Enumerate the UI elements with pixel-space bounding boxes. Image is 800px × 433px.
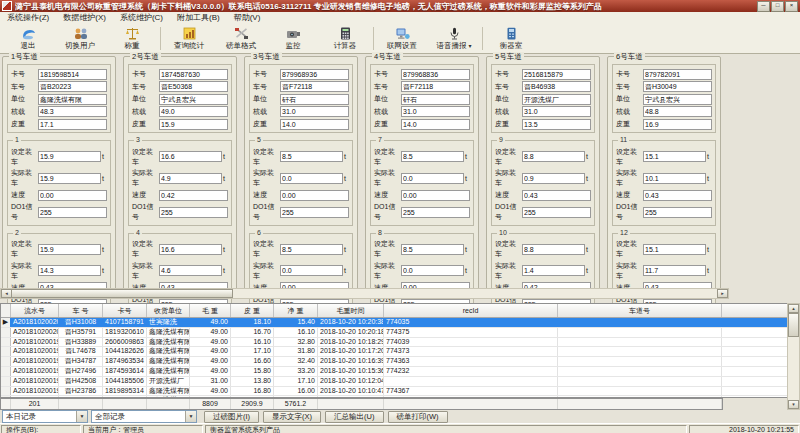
unit-field[interactable] — [643, 94, 712, 105]
bottom-button-3[interactable]: 磅单打印(W) — [388, 411, 448, 423]
capacity-field[interactable] — [159, 106, 228, 117]
record-range-select[interactable]: 本日记录 ▼ — [2, 410, 88, 423]
capacity-field[interactable] — [38, 106, 107, 117]
close-button[interactable]: × — [785, 1, 798, 12]
actual-field[interactable] — [38, 173, 101, 184]
set-field[interactable] — [401, 244, 464, 255]
tare-field[interactable] — [401, 119, 470, 130]
card-field[interactable] — [643, 69, 712, 80]
tare-field[interactable] — [38, 119, 107, 130]
set-field[interactable] — [159, 244, 222, 255]
toolbar-button-scale-room[interactable]: 衡器室 — [485, 24, 537, 53]
set-field[interactable] — [280, 244, 343, 255]
set-field[interactable] — [401, 151, 464, 162]
card-field[interactable] — [38, 69, 107, 80]
scroll-up-arrow-icon[interactable]: ▴ — [788, 304, 799, 313]
column-header-2[interactable]: 卡号 — [103, 304, 147, 317]
do1-field[interactable] — [401, 207, 470, 218]
actual-field[interactable] — [401, 265, 464, 276]
column-header-3[interactable]: 收货单位 — [147, 304, 190, 317]
table-row[interactable]: A201810200196晋H274961874593614鑫隆洗煤有限49.0… — [1, 367, 787, 377]
toolbar-button-network-settings[interactable]: 联网设置 — [376, 24, 428, 53]
chevron-down-icon[interactable]: ▼ — [76, 411, 87, 422]
actual-field[interactable] — [643, 173, 706, 184]
truck-field[interactable] — [643, 81, 712, 92]
set-field[interactable] — [38, 151, 101, 162]
vscroll-thumb[interactable] — [788, 313, 799, 337]
actual-field[interactable] — [38, 265, 101, 276]
truck-field[interactable] — [280, 81, 349, 92]
actual-field[interactable] — [643, 265, 706, 276]
set-field[interactable] — [643, 151, 706, 162]
unit-field[interactable] — [280, 94, 349, 105]
actual-field[interactable] — [401, 173, 464, 184]
actual-field[interactable] — [159, 173, 222, 184]
table-row[interactable]: A201810200200晋H357911819320610鑫隆洗煤有限49.0… — [1, 328, 787, 338]
unit-field[interactable] — [159, 94, 228, 105]
scroll-down-arrow-icon[interactable]: ▾ — [788, 400, 799, 409]
truck-field[interactable] — [38, 81, 107, 92]
do1-field[interactable] — [159, 207, 228, 218]
set-field[interactable] — [159, 151, 222, 162]
card-field[interactable] — [522, 69, 591, 80]
tare-field[interactable] — [280, 119, 349, 130]
set-field[interactable] — [522, 151, 585, 162]
actual-field[interactable] — [159, 265, 222, 276]
unit-field[interactable] — [522, 94, 591, 105]
tare-field[interactable] — [159, 119, 228, 130]
set-field[interactable] — [643, 244, 706, 255]
bottom-button-1[interactable]: 显示文字(X) — [263, 411, 321, 423]
do1-field[interactable] — [643, 207, 712, 218]
capacity-field[interactable] — [643, 106, 712, 117]
minimize-button[interactable]: ─ — [757, 1, 770, 12]
capacity-field[interactable] — [280, 106, 349, 117]
table-row[interactable]: A201810200194晋H237861819895314鑫隆洗煤有限49.0… — [1, 387, 787, 397]
speed-field[interactable] — [401, 190, 470, 201]
toolbar-button-query-stats[interactable]: 查询统计 — [163, 24, 215, 53]
bottom-button-2[interactable]: 汇总输出(U) — [325, 411, 383, 423]
do1-field[interactable] — [38, 207, 107, 218]
card-field[interactable] — [401, 69, 470, 80]
speed-field[interactable] — [522, 190, 591, 201]
truck-field[interactable] — [401, 81, 470, 92]
speed-field[interactable] — [38, 190, 107, 201]
menu-item-2[interactable]: 系统维护(C) — [113, 12, 170, 24]
actual-field[interactable] — [522, 265, 585, 276]
column-header-0[interactable]: 流水号 — [11, 304, 59, 317]
menu-item-3[interactable]: 附加工具(B) — [170, 12, 227, 24]
tare-field[interactable] — [643, 119, 712, 130]
toolbar-button-exit[interactable]: 退出 — [2, 24, 54, 53]
toolbar-button-switch-user[interactable]: 切换用户 — [54, 24, 106, 53]
actual-field[interactable] — [280, 265, 343, 276]
truck-field[interactable] — [522, 81, 591, 92]
set-field[interactable] — [522, 244, 585, 255]
unit-field[interactable] — [401, 94, 470, 105]
scroll-right-arrow-icon[interactable]: ▸ — [717, 289, 728, 298]
do1-field[interactable] — [522, 207, 591, 218]
toolbar-button-weigh-scale[interactable]: 称重 — [106, 24, 158, 53]
capacity-field[interactable] — [401, 106, 470, 117]
table-row[interactable]: ▶A201810200201晋H310084107158791世宾隆洗49.00… — [1, 318, 787, 328]
truck-field[interactable] — [159, 81, 228, 92]
speed-field[interactable] — [280, 190, 349, 201]
maximize-button[interactable]: □ — [771, 1, 784, 12]
table-row[interactable]: A201810200197晋H347871874963534鑫隆洗煤有限49.0… — [1, 357, 787, 367]
set-field[interactable] — [38, 244, 101, 255]
toolbar-button-monitor-camera[interactable]: 监控 — [267, 24, 319, 53]
column-header-7[interactable]: 毛重时间 — [318, 304, 384, 317]
tare-field[interactable] — [522, 119, 591, 130]
toolbar-button-calculator[interactable]: 计算器 — [319, 24, 371, 53]
unit-field[interactable] — [38, 94, 107, 105]
vertical-scrollbar[interactable]: ▴ ▾ — [787, 303, 800, 410]
table-row[interactable]: A201810200195晋H425081044185506开源洗煤厂31.00… — [1, 377, 787, 387]
column-header-6[interactable]: 净 重 — [274, 304, 318, 317]
chevron-down-icon[interactable]: ▼ — [185, 411, 196, 422]
toolbar-button-voice-mic[interactable]: 语音播报▾ — [428, 24, 480, 53]
actual-field[interactable] — [522, 173, 585, 184]
menu-item-0[interactable]: 系统操作(Z) — [0, 12, 56, 24]
table-row[interactable]: A201810200198晋L746781044182626鑫隆洗煤有限49.0… — [1, 347, 787, 357]
card-field[interactable] — [159, 69, 228, 80]
horizontal-scrollbar[interactable]: ◂ ▸ — [0, 288, 729, 299]
column-header-8[interactable]: recId — [384, 304, 558, 317]
table-row[interactable]: A201810200199晋H338892606009863鑫隆洗煤有限49.0… — [1, 338, 787, 348]
